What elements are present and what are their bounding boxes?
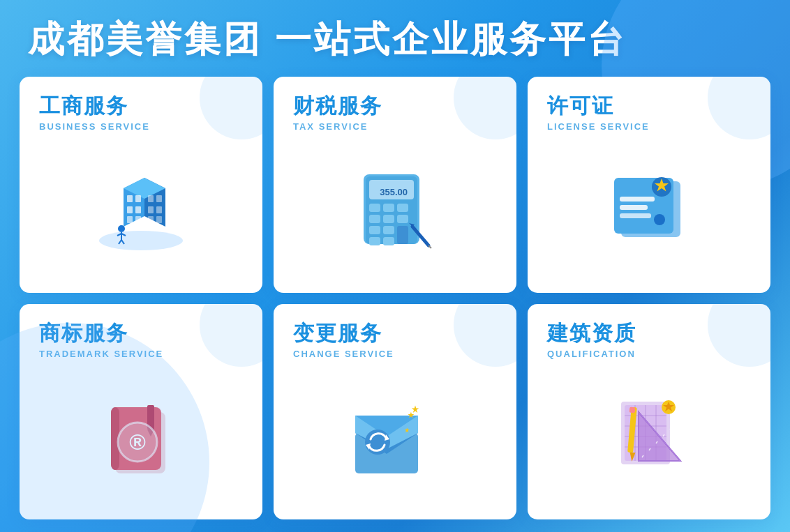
svg-rect-10: [148, 195, 154, 202]
card-tax[interactable]: 财税服务 TAX SERVICE 355.00: [274, 77, 516, 293]
card-trademark[interactable]: 商标服务 TRADEMARK SERVICE ®: [20, 304, 262, 520]
svg-rect-83: [629, 406, 636, 413]
svg-rect-28: [397, 204, 408, 212]
qualification-en: QUALIFICATION: [547, 349, 751, 359]
trademark-zh: 商标服务: [39, 321, 243, 346]
svg-text:®: ®: [129, 430, 146, 455]
svg-rect-44: [620, 197, 655, 202]
header-title: 成都美誉集团 一站式企业服务平台: [28, 15, 762, 64]
svg-rect-12: [148, 206, 154, 213]
license-icon-container: [547, 137, 751, 282]
svg-rect-46: [620, 213, 651, 218]
calculator-icon: 355.00: [346, 167, 444, 251]
license-icon: [600, 167, 698, 251]
card-change[interactable]: 变更服务 CHANGE SERVICE: [274, 304, 516, 520]
header: 成都美誉集团 一站式企业服务平台: [0, 0, 790, 77]
svg-point-16: [118, 225, 125, 232]
svg-rect-34: [397, 226, 408, 244]
ruler-icon: [600, 395, 698, 478]
card-business[interactable]: 工商服务 BUSINESS SERVICE: [20, 77, 262, 293]
svg-rect-33: [383, 226, 394, 234]
svg-line-80: [670, 427, 671, 430]
svg-rect-27: [383, 204, 394, 212]
svg-point-0: [99, 231, 183, 250]
svg-rect-14: [148, 216, 154, 223]
card-qualification[interactable]: 建筑资质 QUALIFICATION: [528, 304, 770, 520]
svg-rect-11: [156, 195, 162, 202]
business-icon-container: [39, 137, 243, 282]
qualification-zh: 建筑资质: [547, 321, 751, 346]
business-zh: 工商服务: [39, 93, 243, 119]
svg-rect-29: [369, 215, 380, 223]
svg-rect-8: [127, 216, 133, 223]
trademark-icon: ®: [96, 395, 186, 478]
svg-rect-35: [369, 237, 380, 245]
svg-rect-7: [135, 206, 141, 213]
tax-zh: 财税服务: [293, 93, 497, 119]
svg-rect-45: [620, 205, 648, 210]
svg-marker-62: [412, 405, 419, 412]
trademark-en: TRADEMARK SERVICE: [39, 349, 243, 359]
svg-line-39: [428, 245, 431, 248]
svg-point-47: [654, 214, 665, 225]
svg-rect-30: [383, 215, 394, 223]
svg-rect-36: [383, 237, 394, 245]
change-icon-container: [293, 365, 497, 509]
qualification-icon-container: [547, 365, 751, 509]
change-en: CHANGE SERVICE: [293, 349, 497, 359]
card-license[interactable]: 许可证 LICENSE SERVICE: [528, 77, 770, 293]
trademark-icon-container: ®: [39, 365, 243, 509]
svg-rect-4: [127, 195, 133, 202]
svg-rect-6: [127, 206, 133, 213]
business-en: BUSINESS SERVICE: [39, 121, 243, 132]
building-icon: [85, 167, 197, 251]
envelope-icon: [343, 395, 447, 478]
svg-rect-32: [369, 226, 380, 234]
svg-text:355.00: 355.00: [380, 187, 408, 197]
service-grid: 工商服务 BUSINESS SERVICE: [0, 77, 790, 532]
svg-rect-5: [135, 195, 141, 202]
tax-en: TAX SERVICE: [293, 121, 497, 132]
license-en: LICENSE SERVICE: [547, 121, 751, 132]
svg-rect-31: [397, 215, 408, 223]
svg-rect-13: [156, 206, 162, 213]
svg-rect-26: [369, 204, 380, 212]
tax-icon-container: 355.00: [293, 137, 497, 282]
svg-rect-9: [135, 216, 141, 223]
svg-rect-15: [156, 216, 162, 223]
change-zh: 变更服务: [293, 321, 497, 346]
license-zh: 许可证: [547, 93, 751, 119]
